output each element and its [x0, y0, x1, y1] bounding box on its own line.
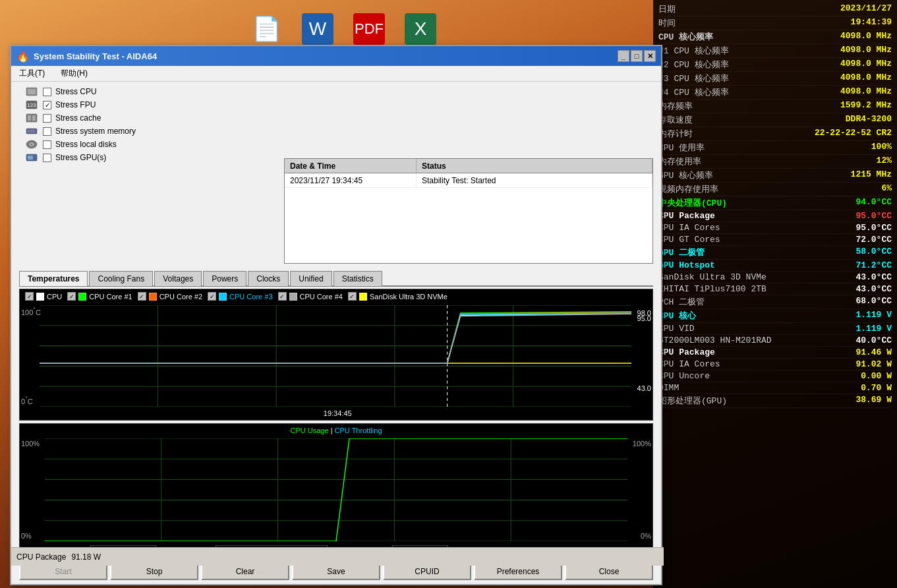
stress-fpu-checkbox[interactable]: [43, 101, 51, 109]
aida-flame-icon: 🔥: [16, 50, 30, 63]
hw-row-gpu-freq: GPU 核心频率 1215 MHz: [658, 169, 892, 183]
tab-statistics[interactable]: Statistics: [333, 271, 382, 286]
log-col-datetime: Date & Time: [285, 159, 417, 173]
log-header: Date & Time Status: [285, 159, 652, 173]
svg-rect-16: [28, 156, 33, 160]
tab-clocks[interactable]: Clocks: [248, 271, 289, 286]
hw-row-cpu-gt-temp: CPU GT Cores 72.0°CC: [658, 234, 892, 246]
temperature-chart: ✓ CPU ✓ CPU Core #1 ✓ CPU Core #2 ✓ CPU …: [19, 289, 653, 421]
cpu-usage-svg: [45, 438, 627, 541]
tabs-bar: Temperatures Cooling Fans Voltages Power…: [19, 270, 653, 287]
hw-row-mem-speed: 存取速度 DDR4-3200: [658, 113, 892, 127]
hw-row-mem-freq: 内存频率 1599.2 MHz: [658, 100, 892, 113]
svg-rect-10: [32, 130, 32, 132]
svg-rect-8: [28, 130, 28, 132]
hw-row-gpu-diode: GPU 二极管 58.0°CC: [658, 246, 892, 260]
legend-cpu: ✓ CPU: [25, 292, 62, 301]
tab-unified[interactable]: Unified: [290, 271, 332, 286]
maximize-button[interactable]: □: [631, 50, 643, 62]
svg-point-14: [31, 144, 32, 145]
title-bar-controls: _ □ ✕: [618, 50, 656, 62]
stress-cpu-row: Stress CPU: [24, 87, 183, 96]
stress-cache-checkbox[interactable]: [43, 114, 51, 123]
hw-row-sandisk-temp: SanDisk Ultra 3D NVMe 43.0°CC: [658, 272, 892, 283]
aida-main-window: 🔥 System Stability Test - AIDA64 _ □ ✕ 工…: [10, 45, 662, 585]
hw-row-cpu-ia-w: CPU IA Cores 91.02 W: [658, 359, 892, 370]
stress-fpu-label: Stress FPU: [55, 100, 96, 109]
cpu-pkg-bar: CPU Package 91.18 W: [11, 547, 664, 566]
legend-core1: ✓ CPU Core #1: [67, 292, 132, 301]
svg-rect-6: [32, 115, 36, 121]
aida-title-text: System Stability Test - AIDA64: [34, 51, 157, 61]
desktop-icon-file[interactable]: 📄: [250, 13, 282, 45]
log-table: Date & Time Status 2023/11/27 19:34:45 S…: [284, 158, 653, 264]
hw-row-gpu-w: 图形处理器(GPU) 38.69 W: [658, 394, 892, 408]
cache-icon: [24, 113, 39, 123]
stress-memory-label: Stress system memory: [55, 127, 136, 136]
hw-row-cpu-core-v: CPU 核心 1.119 V: [658, 309, 892, 323]
stress-gpu-checkbox[interactable]: [43, 154, 51, 162]
desktop-icon-word[interactable]: W: [302, 13, 333, 45]
hw-row-cpu-freq: CPU 核心频率 4098.0 MHz: [658, 30, 892, 44]
stress-memory-checkbox[interactable]: [43, 127, 51, 136]
stress-disks-label: Stress local disks: [55, 140, 117, 149]
minimize-button[interactable]: _: [618, 50, 629, 62]
stress-cpu-checkbox[interactable]: [43, 88, 51, 96]
hw-row-cpu-freq-1: #1 CPU 核心频率 4098.0 MHz: [658, 44, 892, 58]
stress-gpu-row: Stress GPU(s): [24, 153, 183, 162]
cpu-pkg-value: 91.18 W: [71, 552, 101, 562]
hw-row-mem-usage: 内存使用率 12%: [658, 155, 892, 169]
desktop-icon-excel[interactable]: X: [405, 13, 436, 45]
stress-cache-label: Stress cache: [55, 113, 101, 123]
aida-title-bar: 🔥 System Stability Test - AIDA64 _ □ ✕: [11, 46, 661, 66]
stress-cache-row: Stress cache: [24, 113, 183, 123]
temp-chart-legend: ✓ CPU ✓ CPU Core #1 ✓ CPU Core #2 ✓ CPU …: [25, 292, 650, 301]
hw-row-gpu-hotspot: GPU Hotspot 71.2°CC: [658, 260, 892, 272]
legend-core4: ✓ CPU Core #4: [278, 292, 343, 301]
cpu-y-100-left: 100%: [21, 440, 40, 448]
cpu-y-0-left: 0%: [21, 532, 32, 540]
svg-rect-9: [30, 130, 30, 132]
svg-rect-5: [28, 115, 31, 121]
hw-row-cpu-ia-temp: CPU IA Cores 95.0°CC: [658, 222, 892, 234]
svg-text:123: 123: [27, 102, 36, 108]
stress-disks-checkbox[interactable]: [43, 140, 51, 149]
cpu-usage-chart: CPU Usage | CPU Throttling 100% 0% 100% …: [19, 423, 653, 555]
desktop-icon-pdf[interactable]: PDF: [353, 13, 385, 45]
fpu-icon: 123: [24, 100, 39, 109]
legend-sandisk: ✓ SanDisk Ultra 3D NVMe: [348, 292, 448, 301]
hw-row-cpu-usage: CPU 使用率 100%: [658, 141, 892, 155]
tab-cooling-fans[interactable]: Cooling Fans: [89, 271, 153, 286]
hw-row-dimm-w: DIMM 0.70 W: [658, 382, 892, 394]
log-row-0: 2023/11/27 19:34:45 Stability Test: Star…: [285, 173, 652, 188]
log-col-status: Status: [417, 159, 652, 173]
chart-time-label: 19:34:45: [324, 409, 352, 417]
close-button[interactable]: ✕: [644, 50, 656, 62]
hw-row-time: 时间 19:41:39: [658, 16, 892, 30]
hw-row-st2000-temp: ST2000LM003 HN-M201RAD 40.0°CC: [658, 335, 892, 347]
stress-disks-row: Stress local disks: [24, 140, 183, 149]
hw-row-mem-timing: 内存计时 22-22-22-52 CR2: [658, 127, 892, 141]
temp-chart-svg: [40, 305, 631, 407]
tab-temperatures[interactable]: Temperatures: [19, 271, 88, 286]
tab-voltages[interactable]: Voltages: [154, 271, 202, 286]
hw-row-cpu-package-w: CPU Package 91.46 W: [658, 347, 892, 359]
menu-tools[interactable]: 工具(T): [16, 67, 47, 80]
cpu-y-100-right: 100%: [633, 440, 651, 448]
svg-rect-1: [28, 89, 36, 94]
temp-y-100: 100°C: [21, 307, 41, 316]
cpu-icon: [24, 87, 39, 96]
menu-bar: 工具(T) 帮助(H): [11, 66, 661, 82]
menu-help[interactable]: 帮助(H): [58, 67, 90, 80]
svg-rect-11: [34, 130, 34, 132]
hw-row-zhitai-temp: ZHITAI TiPlus7100 2TB 43.0°CC: [658, 283, 892, 295]
cpu-chart-title: CPU Usage | CPU Throttling: [20, 426, 652, 434]
stress-fpu-row: 123 Stress FPU: [24, 100, 183, 109]
hw-row-cpu-freq-2: #2 CPU 核心频率 4098.0 MHz: [658, 58, 892, 72]
hw-row-pch-temp: PCH 二极管 68.0°CC: [658, 295, 892, 309]
stress-gpu-label: Stress GPU(s): [55, 153, 106, 162]
stress-cpu-label: Stress CPU: [55, 87, 97, 96]
tabs-container: Temperatures Cooling Fans Voltages Power…: [19, 270, 653, 287]
tab-powers[interactable]: Powers: [203, 271, 246, 286]
stress-memory-row: Stress system memory: [24, 127, 183, 136]
